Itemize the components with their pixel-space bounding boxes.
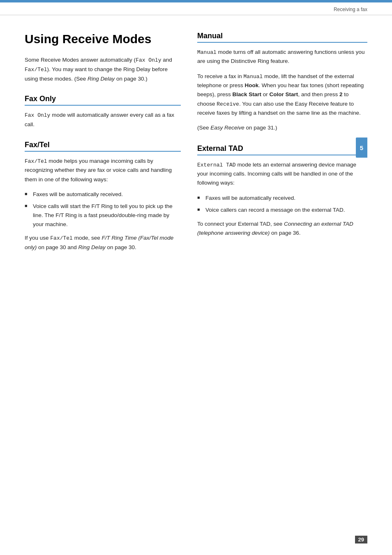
page-number-area: 29 [355, 536, 367, 543]
page-number: 29 [355, 536, 367, 543]
fax-tel-heading: Fax/Tel [25, 141, 181, 152]
manual-text1: Manual mode turns off all automatic answ… [197, 48, 367, 66]
manual-heading: Manual [197, 32, 367, 43]
black-start-bold: Black Start [233, 91, 262, 97]
list-item: Voice calls will start the F/T Ring to t… [25, 202, 181, 229]
manual-text2: To receive a fax in Manual mode, lift th… [197, 72, 367, 118]
fax-tel-bullets: Faxes will be automatically received. Vo… [25, 190, 181, 229]
manual-text3: (See Easy Receive on page 31.) [197, 123, 367, 132]
section-fax-only: Fax Only Fax Only mode will automaticall… [25, 95, 181, 129]
section-external-tad: External TAD External TAD mode lets an e… [197, 144, 367, 238]
external-tad-text1: External TAD mode lets an external answe… [197, 160, 367, 188]
easy-receive-link: Easy Receive [210, 125, 244, 131]
external-tad-code: External TAD [197, 162, 236, 168]
content-area: Using Receive Modes Some Receive Modes a… [0, 15, 392, 280]
ring-delay-link2: Ring Delay [78, 244, 106, 250]
page-header: Receiving a fax [0, 2, 392, 15]
fax-only-heading: Fax Only [25, 95, 181, 106]
fax-only-text: Fax Only mode will automatically answer … [25, 111, 181, 129]
fax-tel-text1: Fax/Tel mode helps you manage incoming c… [25, 157, 181, 184]
manual-code2: Manual [244, 74, 263, 80]
fax-tel-code: Fax/Tel [25, 158, 47, 164]
list-item: Voice callers can record a message on th… [197, 206, 367, 215]
left-column: Using Receive Modes Some Receive Modes a… [25, 32, 181, 264]
header-label: Receiving a fax [334, 7, 367, 12]
list-item: Faxes will be automatically received. [25, 190, 181, 199]
section-fax-tel: Fax/Tel Fax/Tel mode helps you manage in… [25, 141, 181, 252]
list-item: Faxes will be automatically received. [197, 194, 367, 203]
external-tad-text2: To connect your External TAD, see Connec… [197, 220, 367, 238]
page-title: Using Receive Modes [25, 32, 181, 46]
section-manual: Manual Manual mode turns off all automat… [197, 32, 367, 133]
ring-delay-link: Ring Delay [88, 76, 115, 82]
color-start-bold: Color Start [270, 91, 298, 97]
fax-tel-code2: Fax/Tel [50, 235, 73, 241]
fax-only-code: Fax Only [25, 112, 50, 118]
manual-code: Manual [197, 49, 217, 56]
connecting-tad-link: Connecting an external TAD (telephone an… [197, 221, 353, 236]
press-2-bold: 2 [339, 91, 343, 97]
chapter-tab: 5 [356, 137, 367, 157]
intro-paragraph: Some Receive Modes answer automatically … [25, 56, 181, 83]
hook-bold: Hook [245, 82, 259, 88]
right-column: Manual Manual mode turns off all automat… [197, 32, 367, 264]
external-tad-bullets: Faxes will be automatically received. Vo… [197, 194, 367, 215]
inline-code-faxtel: Fax/Tel [25, 67, 47, 73]
external-tad-heading: External TAD [197, 144, 367, 155]
inline-code-faxonly: Fax Only [136, 57, 161, 63]
receive-code: Receive [217, 101, 239, 107]
fax-tel-text2: If you use Fax/Tel mode, see F/T Ring Ti… [25, 234, 181, 252]
